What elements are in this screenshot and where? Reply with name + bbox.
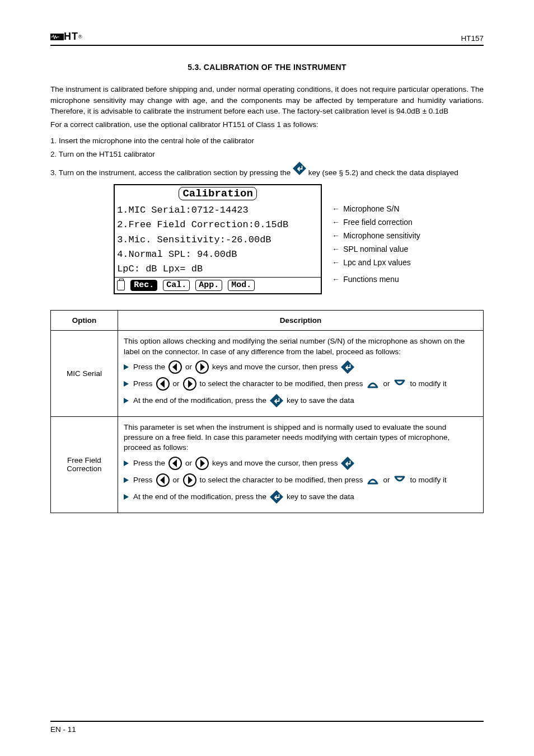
lcd-line2: 2.Free Field Correction:0.15dB bbox=[117, 218, 318, 232]
intro-step3a: 3. Turn on the instrument, access the ca… bbox=[50, 168, 291, 177]
legend-4: SPL nominal value bbox=[343, 245, 408, 253]
right-key-icon bbox=[183, 377, 196, 391]
lcd-title: Calibration bbox=[179, 187, 256, 200]
legend-1: Microphone S/N bbox=[343, 204, 399, 213]
lcd-line1: 1.MIC Serial:0712-14423 bbox=[117, 203, 318, 218]
lcd-line4: 4.Normal SPL: 94.00dB bbox=[117, 247, 318, 262]
lcd-btn-app[interactable]: App. bbox=[195, 280, 222, 292]
bullet-icon bbox=[124, 381, 129, 387]
page-footer: EN - 11 bbox=[50, 721, 484, 734]
legend-5: Lpc and Lpx values bbox=[343, 258, 411, 267]
legend-2: Free field correction bbox=[343, 218, 413, 227]
lcd-btn-cal[interactable]: Cal. bbox=[163, 280, 190, 292]
left-key-icon bbox=[156, 473, 170, 487]
bullet-icon bbox=[124, 398, 129, 403]
intro-p2: For a correct calibration, use the optio… bbox=[50, 119, 484, 130]
lcd-btn-rec[interactable]: Rec. bbox=[130, 280, 157, 292]
lcd-status-bar: Rec. Cal. App. Mod. bbox=[115, 277, 321, 294]
lcd-row: Calibration 1.MIC Serial:0712-14423 2.Fr… bbox=[50, 184, 484, 294]
row1-label: MIC Serial bbox=[51, 331, 118, 416]
left-key-icon bbox=[168, 360, 182, 374]
intro-text: The instrument is calibrated before ship… bbox=[50, 84, 484, 179]
page-header: HT ® HT157 bbox=[50, 31, 484, 46]
table-row: MIC Serial This option allows checking a… bbox=[51, 331, 484, 416]
bullet-icon bbox=[124, 477, 129, 483]
lcd-legend: ←Microphone S/N ←Free field correction ←… bbox=[332, 184, 420, 284]
enter-key-icon bbox=[293, 162, 306, 175]
lcd-screen: Calibration 1.MIC Serial:0712-14423 2.Fr… bbox=[114, 184, 322, 294]
down-key-icon bbox=[393, 473, 406, 487]
intro-step2: 2. Turn on the HT151 calibrator bbox=[50, 149, 484, 160]
right-key-icon bbox=[195, 360, 209, 374]
model-name: HT157 bbox=[461, 34, 484, 43]
right-key-icon bbox=[183, 473, 196, 487]
brand-wave-icon bbox=[50, 34, 64, 40]
left-key-icon bbox=[168, 457, 182, 470]
intro-p1-value: 0.1dB bbox=[429, 107, 448, 115]
right-key-icon bbox=[195, 457, 209, 470]
brand-logo: HT ® bbox=[50, 31, 82, 43]
row2-label: Free Field Correction bbox=[51, 416, 118, 513]
brand-text: HT bbox=[64, 31, 78, 43]
lcd-btn-mod[interactable]: Mod. bbox=[228, 280, 255, 292]
bullet-icon bbox=[124, 364, 129, 370]
enter-key-icon bbox=[341, 457, 354, 470]
table-row: Free Field Correction This parameter is … bbox=[51, 416, 484, 513]
section-heading: 5.3. CALIBRATION OF THE INSTRUMENT bbox=[50, 63, 484, 72]
up-key-icon bbox=[366, 377, 380, 391]
enter-key-icon bbox=[270, 394, 283, 407]
row2-intro: This parameter is set when the instrumen… bbox=[124, 422, 477, 453]
options-table: Option Description MIC Serial This optio… bbox=[50, 310, 484, 513]
legend-6: Functions menu bbox=[343, 275, 399, 284]
legend-3: Microphone sensitivity bbox=[343, 231, 420, 240]
bullet-icon bbox=[124, 494, 129, 500]
lcd-line5: LpC: dB Lpx= dB bbox=[117, 262, 318, 276]
row1-intro: This option allows checking and modifyin… bbox=[124, 336, 477, 356]
lcd-line3: 3.Mic. Sensitivity:-26.00dB bbox=[117, 233, 318, 247]
intro-step1: 1. Insert the microphone into the centra… bbox=[50, 135, 484, 147]
intro-step3b: key (see § 5.2) and check the data displ… bbox=[308, 168, 458, 177]
footer-left: EN - 11 bbox=[50, 725, 76, 734]
th-option: Option bbox=[51, 311, 118, 331]
intro-p1: The instrument is calibrated before ship… bbox=[50, 85, 484, 115]
left-key-icon bbox=[156, 377, 170, 391]
bullet-icon bbox=[124, 461, 129, 466]
up-key-icon bbox=[366, 473, 380, 487]
usb-icon bbox=[117, 280, 125, 290]
th-desc: Description bbox=[118, 311, 484, 331]
enter-key-icon bbox=[270, 490, 283, 504]
enter-key-icon bbox=[341, 360, 354, 374]
down-key-icon bbox=[393, 377, 406, 391]
